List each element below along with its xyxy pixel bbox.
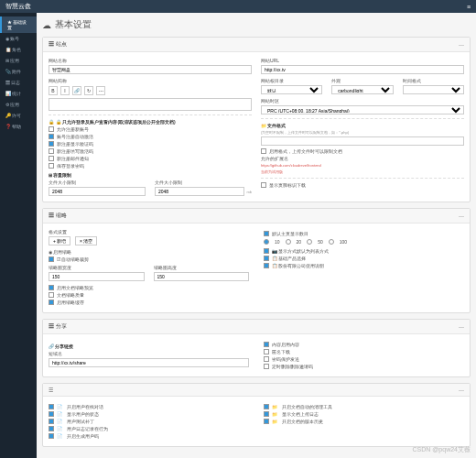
checkbox[interactable] [264,419,269,424]
file-icon: 📄 [57,419,62,424]
checkbox[interactable] [264,248,269,254]
limit-group-header: ⊞ 容量限制 [49,172,252,178]
radio-100[interactable] [329,239,334,245]
file-icon: 📄 [57,411,62,417]
radio-20[interactable] [286,239,291,245]
site-desc-label: 网站简称 [49,78,252,83]
sidebar-item-help[interactable]: ❓ 帮助 [0,121,37,132]
sidebar-item-app[interactable]: ⊞ 应用 [0,55,37,66]
collapse-icon[interactable]: — [459,387,464,393]
checkbox[interactable] [261,182,266,188]
site-url-label: 网站URL [261,58,464,63]
checkbox[interactable] [264,411,269,417]
folder-icon: 📁 [272,419,277,424]
sidebar-item-account[interactable]: ◉ 账号 [0,33,37,44]
checkbox[interactable] [264,349,269,354]
file-icon: 📄 [57,426,62,431]
timezone-select[interactable]: PRC (UTC+08:00, 18:27 Asia/Shanghai) [261,105,464,114]
sidebar-item-stats[interactable]: 📊 统计 [0,88,37,99]
bold-button[interactable]: B [49,86,58,95]
sidebar-item-file[interactable]: 📎 附件 [0,66,37,77]
checkbox[interactable] [49,134,54,139]
thumb-width-input[interactable] [49,272,145,281]
sidebar-item-settings[interactable]: ★ 基础设置 [0,16,37,33]
collapse-icon[interactable]: — [459,213,464,219]
checkbox[interactable] [261,148,266,154]
site-name-label: 网站名称 [49,58,252,63]
checkbox[interactable] [49,141,54,147]
file-limit-input[interactable] [155,187,244,196]
site-desc-input[interactable] [49,98,252,111]
perm-group-header: 🔒🔒 只允许登录及账户查看内容(取消该选项后公开全部文档) [49,119,252,125]
time-select[interactable] [403,85,464,94]
panel-site-header: ☰ 站点 [49,40,67,49]
collapse-icon[interactable]: — [459,324,464,330]
sidebar: ★ 基础设置 ◉ 账号 📋 角色 ⊞ 应用 📎 附件 ☰ 日志 📊 统计 ⚙ 应… [0,13,37,458]
sidebar-item-log[interactable]: ☰ 日志 [0,77,37,88]
checkbox[interactable] [49,433,54,439]
checkbox[interactable] [49,163,54,169]
checkbox[interactable] [264,356,269,362]
sidebar-item-role[interactable]: 📋 角色 [0,44,37,55]
checkbox[interactable] [49,156,54,161]
radio-50[interactable] [307,239,312,245]
file-icon: 📄 [57,404,62,409]
checkbox[interactable] [264,364,269,369]
folder-select[interactable]: 默认 [261,85,322,94]
checkbox[interactable] [264,404,269,409]
add-button[interactable]: + 新增 [49,236,70,245]
file-icon: 📄 [57,433,62,439]
site-name-input[interactable] [49,65,252,74]
panel-sys-header: ☰ [49,387,53,393]
checkbox[interactable] [49,300,54,305]
page-title: ☁ 基本设置 [42,18,471,31]
folder-icon: 📁 [272,404,277,409]
checkbox[interactable] [49,404,54,409]
thumb-height-input[interactable] [154,272,250,281]
redo-button[interactable]: ↻ [84,86,93,95]
share-domain-input[interactable] [49,358,249,367]
checkbox[interactable] [49,292,54,298]
github-link[interactable]: https://github.com/cloudreve/frontend [261,163,464,168]
format-group-header: 📁 文件格式 [261,123,464,128]
menu-icon[interactable]: ≡ [467,4,471,10]
checkbox[interactable] [49,148,54,154]
sidebar-item-plugin[interactable]: ⚙ 应用 [0,99,37,110]
checkbox[interactable] [49,285,54,290]
italic-button[interactable]: I [60,86,70,95]
checkbox[interactable] [49,411,54,417]
clear-button[interactable]: × 清空 [75,236,97,245]
checkbox[interactable] [264,256,269,261]
link-button[interactable]: 🔗 [72,86,81,95]
cloud-icon: ☁ [42,20,51,30]
panel-share-header: ☰ 分享 [49,322,67,331]
ext-input[interactable] [261,136,464,146]
checkbox[interactable] [264,342,269,347]
checkbox[interactable] [49,426,54,431]
brand-title: 智慧云盘 [5,2,31,11]
checkbox[interactable] [49,256,54,262]
collapse-icon[interactable]: — [459,42,464,48]
checkbox[interactable] [264,263,269,268]
folder-icon: 📁 [272,411,277,417]
checkbox[interactable] [49,126,54,132]
panel-thumb-header: ☰ 缩略 [49,212,67,220]
lock-icon: 🔒 [49,119,54,125]
radio-10[interactable] [264,239,269,245]
watermark: CSDN @pqw24艾薇 [412,445,471,454]
site-url-input[interactable] [261,65,464,74]
more-button[interactable]: ⋯ [96,86,105,95]
style-select[interactable]: carbondlight [331,85,393,94]
rich-editor-toolbar: B I 🔗 ↻ ⋯ [49,86,252,95]
upload-limit-input[interactable] [49,187,146,196]
sidebar-item-license[interactable]: 🔑 许可 [0,110,37,121]
checkbox[interactable] [49,419,54,424]
checkbox[interactable] [264,231,269,236]
